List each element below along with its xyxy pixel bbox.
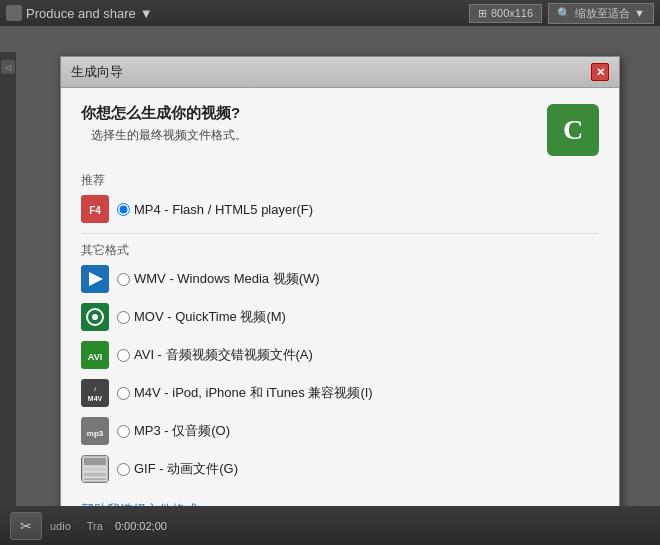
mp3-icon: mp3	[81, 417, 109, 445]
m4v-icon: ♪ M4V	[81, 379, 109, 407]
mp4-radio[interactable]	[117, 203, 130, 216]
mp3-radio-label[interactable]: MP3 - 仅音频(O)	[117, 422, 230, 440]
avi-radio[interactable]	[117, 349, 130, 362]
gif-radio-label[interactable]: GIF - 动画文件(G)	[117, 460, 238, 478]
app-icon	[6, 5, 22, 21]
mov-label: MOV - QuickTime 视频(M)	[134, 308, 286, 326]
avi-icon: AVI	[81, 341, 109, 369]
dialog-header: 你想怎么生成你的视频? 选择生的最终视频文件格式。 C	[81, 104, 599, 156]
zoom-arrow: ▼	[634, 7, 645, 19]
mov-icon	[81, 303, 109, 331]
svg-rect-15	[84, 458, 106, 465]
avi-label: AVI - 音频视频交错视频文件(A)	[134, 346, 313, 364]
cut-icon: ✂	[20, 518, 32, 534]
dropdown-arrow: ▼	[140, 6, 153, 21]
m4v-radio[interactable]	[117, 387, 130, 400]
section-divider	[81, 233, 599, 234]
mp4-icon: F4	[81, 195, 109, 223]
gif-radio[interactable]	[117, 463, 130, 476]
mp4-label: MP4 - Flash / HTML5 player(F)	[134, 202, 313, 217]
resolution-icon: ⊞	[478, 7, 487, 20]
track-label: Tra	[87, 520, 103, 532]
svg-text:M4V: M4V	[88, 395, 103, 402]
format-option-gif[interactable]: GIF - 动画文件(G)	[81, 455, 599, 483]
top-toolbar: Produce and share ▼ ⊞ 800x116 🔍 缩放至适合 ▼	[0, 0, 660, 26]
dialog-body: 你想怎么生成你的视频? 选择生的最终视频文件格式。 C 推荐 F4	[61, 88, 619, 535]
format-option-m4v[interactable]: ♪ M4V M4V - iPod, iPhone 和 iTunes 兼容视频(I…	[81, 379, 599, 407]
svg-rect-18	[84, 478, 106, 480]
mp3-label: MP3 - 仅音频(O)	[134, 422, 230, 440]
camtasia-logo: C	[547, 104, 599, 156]
svg-text:F4: F4	[89, 205, 101, 216]
wmv-label: WMV - Windows Media 视频(W)	[134, 270, 320, 288]
bottom-labels: udio Tra	[50, 520, 103, 532]
format-option-mov[interactable]: MOV - QuickTime 视频(M)	[81, 303, 599, 331]
wmv-icon	[81, 265, 109, 293]
bottom-toolbar: ✂ udio Tra 0:00:02;00	[0, 506, 660, 545]
dialog-title-bar: 生成向导 ✕	[61, 57, 619, 88]
time-display: 0:00:02;00	[115, 520, 167, 532]
mov-radio[interactable]	[117, 311, 130, 324]
svg-text:♪: ♪	[93, 385, 97, 392]
logo-letter: C	[563, 114, 583, 146]
svg-rect-16	[84, 467, 106, 471]
dialog-subtitle: 选择生的最终视频文件格式。	[81, 127, 247, 144]
zoom-control[interactable]: 🔍 缩放至适合 ▼	[548, 3, 654, 24]
wmv-radio-label[interactable]: WMV - Windows Media 视频(W)	[117, 270, 320, 288]
resolution-display: ⊞ 800x116	[469, 4, 542, 23]
zoom-icon: 🔍	[557, 7, 571, 20]
close-icon: ✕	[596, 66, 605, 79]
format-option-mp3[interactable]: mp3 MP3 - 仅音频(O)	[81, 417, 599, 445]
dialog-heading: 你想怎么生成你的视频?	[81, 104, 247, 123]
avi-radio-label[interactable]: AVI - 音频视频交错视频文件(A)	[117, 346, 313, 364]
format-option-avi[interactable]: AVI AVI - 音频视频交错视频文件(A)	[81, 341, 599, 369]
generate-wizard-dialog: 生成向导 ✕ 你想怎么生成你的视频? 选择生的最终视频文件格式。 C 推荐	[60, 56, 620, 536]
gif-label: GIF - 动画文件(G)	[134, 460, 238, 478]
dialog-close-button[interactable]: ✕	[591, 63, 609, 81]
mp3-radio[interactable]	[117, 425, 130, 438]
m4v-label: M4V - iPod, iPhone 和 iTunes 兼容视频(I)	[134, 384, 373, 402]
mp4-radio-label[interactable]: MP4 - Flash / HTML5 player(F)	[117, 202, 313, 217]
format-option-wmv[interactable]: WMV - Windows Media 视频(W)	[81, 265, 599, 293]
gif-icon	[81, 455, 109, 483]
dialog-header-text: 你想怎么生成你的视频? 选择生的最终视频文件格式。	[81, 104, 247, 144]
m4v-radio-label[interactable]: M4V - iPod, iPhone 和 iTunes 兼容视频(I)	[117, 384, 373, 402]
svg-text:mp3: mp3	[87, 429, 104, 438]
zoom-label: 缩放至适合	[575, 6, 630, 21]
produce-share-menu[interactable]: Produce and share ▼	[6, 5, 153, 21]
svg-point-6	[92, 314, 98, 320]
recommended-label: 推荐	[81, 172, 599, 189]
format-option-mp4[interactable]: F4 MP4 - Flash / HTML5 player(F)	[81, 195, 599, 223]
audio-label: udio	[50, 520, 71, 532]
wmv-radio[interactable]	[117, 273, 130, 286]
main-content: ◁ 生成向导 ✕ 你想怎么生成你的视频? 选择生的最终视频文件格式。 C	[0, 26, 660, 506]
mov-radio-label[interactable]: MOV - QuickTime 视频(M)	[117, 308, 286, 326]
dialog-title: 生成向导	[71, 63, 123, 81]
produce-share-label: Produce and share	[26, 6, 136, 21]
svg-rect-9	[81, 379, 109, 407]
svg-text:AVI: AVI	[88, 352, 102, 362]
other-formats-label: 其它格式	[81, 242, 599, 259]
svg-rect-17	[84, 473, 106, 477]
top-bar-right: ⊞ 800x116 🔍 缩放至适合 ▼	[469, 3, 654, 24]
resolution-value: 800x116	[491, 7, 533, 19]
left-panel-item: ◁	[1, 60, 15, 74]
cut-button[interactable]: ✂	[10, 512, 42, 540]
left-panel: ◁	[0, 52, 16, 532]
